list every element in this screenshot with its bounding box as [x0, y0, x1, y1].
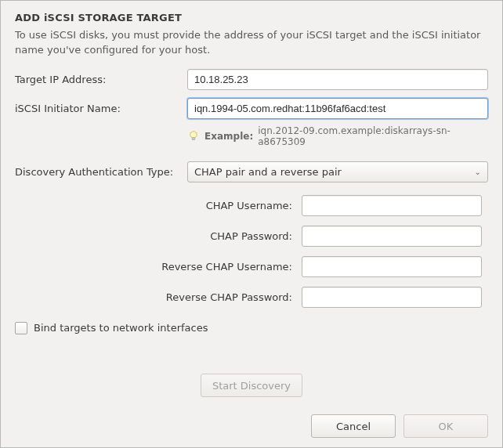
rchap-pass-label: Reverse CHAP Password: — [159, 291, 292, 303]
example-label: Example: — [204, 131, 253, 142]
example-block: Example: iqn.2012-09.com.example:diskarr… — [187, 125, 488, 147]
discovery-row: Start Discovery — [15, 350, 488, 405]
target-ip-input[interactable] — [187, 69, 488, 90]
rchap-pass-row: Reverse CHAP Password: — [15, 287, 488, 308]
auth-fields: CHAP Username: CHAP Password: Reverse CH… — [15, 195, 488, 317]
chevron-down-icon: ⌄ — [475, 168, 481, 176]
svg-rect-1 — [192, 137, 195, 139]
chap-user-input[interactable] — [302, 195, 482, 216]
lightbulb-icon — [187, 130, 200, 143]
bind-label: Bind targets to network interfaces — [34, 322, 208, 334]
rchap-user-input[interactable] — [302, 256, 482, 277]
auth-type-select[interactable]: CHAP pair and a reverse pair ⌄ — [187, 161, 488, 182]
svg-line-4 — [197, 132, 197, 133]
chap-user-label: CHAP Username: — [159, 200, 292, 211]
svg-line-3 — [190, 132, 190, 133]
example-row: Example: iqn.2012-09.com.example:diskarr… — [15, 125, 488, 147]
rchap-user-row: Reverse CHAP Username: — [15, 256, 488, 277]
bind-checkbox[interactable] — [15, 322, 27, 334]
cancel-button[interactable]: Cancel — [311, 414, 396, 438]
chap-pass-row: CHAP Password: — [15, 226, 488, 247]
example-text: iqn.2012-09.com.example:diskarrays-sn-a8… — [258, 125, 488, 147]
auth-type-label: Discovery Authentication Type: — [15, 166, 179, 178]
target-ip-row: Target IP Address: — [15, 69, 488, 90]
chap-pass-input[interactable] — [302, 226, 482, 247]
auth-type-row: Discovery Authentication Type: CHAP pair… — [15, 161, 488, 182]
rchap-user-label: Reverse CHAP Username: — [159, 261, 292, 273]
dialog-description: To use iSCSI disks, you must provide the… — [15, 28, 488, 58]
dialog-title: ADD iSCSI STORAGE TARGET — [15, 12, 488, 23]
rchap-pass-input[interactable] — [302, 287, 482, 308]
initiator-row: iSCSI Initiator Name: — [15, 98, 488, 119]
initiator-input[interactable] — [187, 98, 488, 119]
iscsi-dialog: ADD iSCSI STORAGE TARGET To use iSCSI di… — [0, 0, 503, 448]
start-discovery-button[interactable]: Start Discovery — [201, 374, 302, 397]
chap-pass-label: CHAP Password: — [159, 230, 292, 242]
auth-type-selected: CHAP pair and a reverse pair — [194, 166, 342, 178]
footer: Cancel OK — [15, 405, 488, 438]
target-ip-label: Target IP Address: — [15, 74, 179, 85]
chap-user-row: CHAP Username: — [15, 195, 488, 216]
initiator-label: iSCSI Initiator Name: — [15, 103, 179, 114]
svg-point-0 — [190, 131, 197, 137]
bind-row: Bind targets to network interfaces — [15, 322, 488, 334]
ok-button[interactable]: OK — [403, 414, 488, 438]
